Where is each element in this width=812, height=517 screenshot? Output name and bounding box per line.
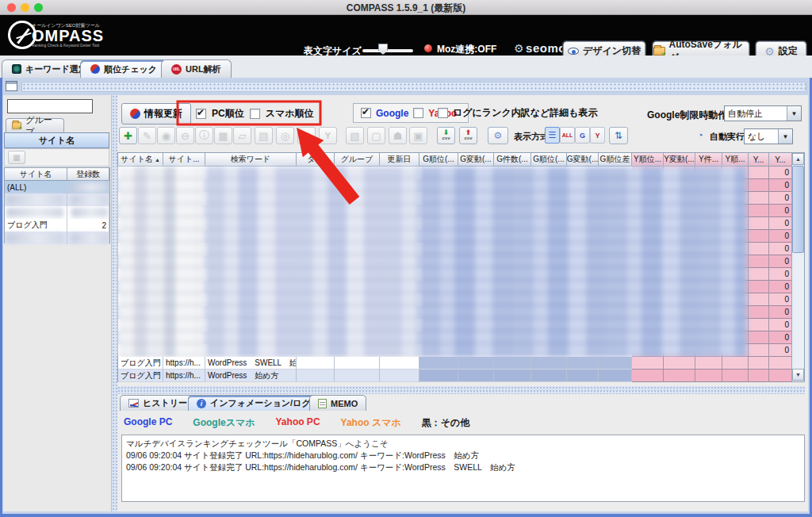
tool-record-button[interactable]: ◉ — [157, 127, 175, 144]
row-cell — [297, 357, 335, 370]
tool-remove-button[interactable]: ⊖ — [176, 127, 194, 144]
yahoo-rank-cell — [749, 281, 769, 293]
font-size-slider-track[interactable] — [362, 49, 413, 52]
tool-chart-button[interactable]: ▧ — [346, 127, 364, 144]
workspace: グループ サイト名 ▦ サイト名登録数(ALL)ブログ入門2 情報更新 ✔ PC… — [0, 78, 812, 517]
scroll-up-arrow[interactable]: ▲ — [792, 153, 804, 165]
scrollbar-thumb[interactable] — [792, 166, 804, 253]
tool-memo-book-button[interactable]: ▤ — [255, 127, 273, 144]
tool-yahoo-button[interactable]: Y — [319, 127, 337, 144]
list-view-icon: ☰ — [549, 130, 557, 140]
column-header[interactable]: G順位(... — [531, 153, 567, 167]
sidebar-tab-group[interactable]: グループ — [6, 118, 64, 132]
column-header[interactable]: 検索ワード — [205, 153, 297, 167]
information-log-area[interactable]: マルチデバイスランキングチェックツール「COMPASS」へようこそ09/06 0… — [121, 435, 805, 502]
view-all-toggle[interactable]: ALL — [560, 127, 575, 144]
log-detail-checkbox[interactable] — [438, 108, 448, 118]
table-row[interactable]: ブログ入門https://h...WordPress 始め方 — [118, 370, 792, 382]
column-header[interactable]: G変動(... — [567, 153, 599, 167]
google-rank-cell — [567, 370, 599, 382]
redacted-blur — [6, 195, 63, 205]
group-folder-icon — [12, 122, 21, 129]
site-filter-input[interactable] — [7, 99, 93, 113]
column-header[interactable]: 更新日 — [380, 153, 419, 167]
site-sidebar: グループ サイト名 ▦ サイト名登録数(ALL)ブログ入門2 — [3, 95, 112, 511]
tool-csv-import-button[interactable]: ⬇csv — [437, 127, 455, 144]
tab-information-log[interactable]: i インフォメーション/ログ — [188, 395, 320, 411]
column-header[interactable]: Y件... — [695, 153, 722, 167]
yahoo-rank-cell: 0 — [769, 230, 792, 243]
column-header[interactable]: 登録数 — [67, 168, 109, 181]
tool-google-button[interactable]: G — [297, 127, 316, 144]
view-list-toggle[interactable]: ☰ — [545, 127, 560, 144]
column-header[interactable]: Y順位... — [632, 153, 664, 167]
yahoo-rank-cell — [749, 306, 769, 319]
tool-grid-button[interactable]: ▦ — [214, 127, 232, 144]
internal-window-titlebar[interactable] — [4, 81, 808, 94]
tab-url-analysis[interactable]: URL URL解析 — [161, 59, 232, 78]
column-header[interactable]: G変動(... — [458, 153, 494, 167]
sidebar-tab-site-name[interactable]: サイト名 — [4, 132, 109, 148]
column-header[interactable]: グループ — [335, 153, 380, 167]
tool-edit-button[interactable]: ✎ — [138, 127, 156, 144]
app-header-bar: オールインワンSEO対策ツール OMPASS Ranking Check & K… — [0, 15, 812, 56]
yahoo-rank-cell: 0 — [769, 179, 792, 192]
tab-memo[interactable]: MEMO — [309, 395, 366, 411]
column-header[interactable]: Y変動(... — [664, 153, 695, 167]
chevron-down-icon[interactable]: ▼ — [787, 106, 801, 121]
chevron-down-icon[interactable]: ▼ — [778, 129, 792, 144]
column-header[interactable]: Y順... — [722, 153, 749, 167]
google-checkbox[interactable]: ✔ — [361, 108, 371, 118]
view-google-toggle[interactable]: G — [575, 127, 590, 144]
yahoo-rank-cell: 0 — [769, 167, 792, 179]
tool-report-button[interactable]: ▢ — [367, 127, 385, 144]
grid-view-icon[interactable]: ▦ — [8, 151, 25, 164]
column-header[interactable]: Y... — [769, 153, 792, 167]
site-list-row[interactable] — [5, 206, 109, 219]
table-row[interactable]: ブログ入門https://h...WordPress SWELL 始め方 — [118, 357, 792, 370]
column-header[interactable]: Y... — [749, 153, 769, 167]
scroll-down-arrow[interactable]: ▼ — [792, 369, 804, 381]
site-list-row[interactable] — [5, 193, 109, 206]
column-header[interactable]: G件数(... — [494, 153, 531, 167]
tool-add-button[interactable]: ✚ — [119, 127, 137, 144]
site-list-row[interactable] — [5, 232, 109, 244]
vertical-splitter[interactable] — [112, 95, 117, 511]
tool-user-button[interactable]: ☗ — [389, 127, 407, 144]
tool-page-button[interactable]: ▣ — [409, 127, 427, 144]
tool-refresh-circle-button[interactable]: ◎ — [276, 127, 294, 144]
font-size-slider-thumb[interactable] — [378, 44, 388, 55]
yahoo-rank-cell: 0 — [769, 281, 792, 293]
google-limit-dropdown[interactable]: 自動停止 ▼ — [724, 105, 802, 121]
table-vertical-scrollbar[interactable]: ▲▼ — [791, 153, 804, 381]
site-list-row[interactable]: ブログ入門2 — [5, 219, 109, 232]
sort-button[interactable]: ⇅ — [609, 127, 628, 144]
auto-exec-dropdown[interactable]: なし ▼ — [744, 128, 793, 144]
yahoo-rank-cell — [749, 255, 769, 268]
pc-rank-checkbox[interactable]: ✔ — [196, 109, 206, 119]
tool-wrench-button[interactable]: ⚙ — [488, 127, 508, 144]
column-header[interactable]: サイト... — [163, 153, 205, 167]
yahoo-checkbox[interactable] — [413, 108, 423, 118]
view-yahoo-toggle[interactable]: Y — [590, 127, 605, 144]
tab-history[interactable]: ヒストリー — [120, 395, 196, 411]
refresh-info-button[interactable]: 情報更新 — [121, 103, 191, 124]
tool-info-button[interactable]: ⓘ — [195, 127, 213, 144]
column-header[interactable]: サイト名 — [5, 168, 67, 181]
internal-window-drag-strip[interactable] — [21, 82, 806, 92]
smartphone-rank-checkbox[interactable] — [250, 109, 260, 119]
yahoo-rank-cell — [722, 370, 749, 382]
column-header[interactable]: G順位差 — [599, 153, 632, 167]
report-icon: ▢ — [371, 130, 381, 142]
user-icon: ☗ — [393, 130, 403, 142]
tab-rank-check[interactable]: 順位チェック — [80, 59, 167, 78]
horizontal-splitter[interactable] — [117, 386, 805, 394]
column-header[interactable]: タグ — [297, 153, 335, 167]
column-header[interactable]: G順位(... — [419, 153, 458, 167]
remove-icon: ⊖ — [181, 130, 190, 142]
tool-csv-export-button[interactable]: ⬆csv — [459, 127, 477, 144]
site-list-row[interactable]: (ALL) — [5, 181, 109, 193]
column-header[interactable]: サイト名▲ — [118, 153, 163, 167]
yahoo-rank-cell: 0 — [769, 243, 792, 255]
tool-open-folder-button[interactable]: ▱ — [233, 127, 251, 144]
